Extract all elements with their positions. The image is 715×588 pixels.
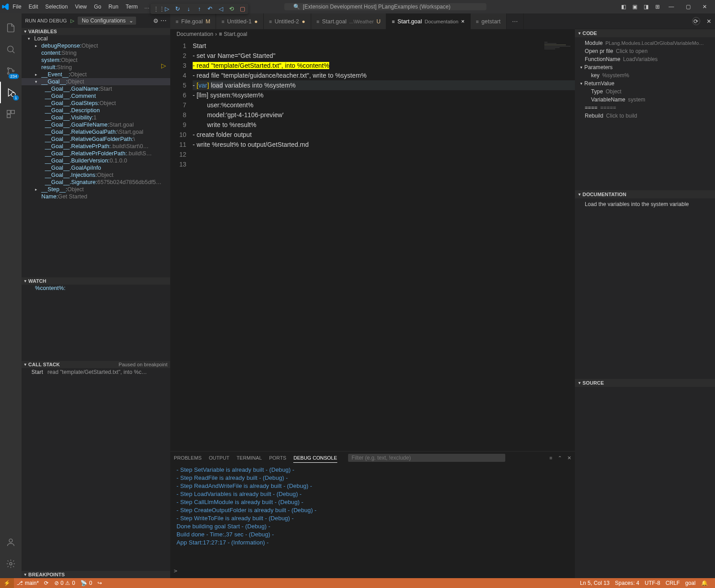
var-content[interactable]: content: String	[22, 49, 170, 57]
drag-handle-icon[interactable]: ⋮⋮	[153, 5, 159, 12]
language-mode[interactable]: goal	[683, 580, 698, 586]
menu-overflow[interactable]: …	[144, 4, 150, 10]
breadcrumb[interactable]: Documentation › ≡ Start.goal	[170, 29, 575, 39]
tab-untitled-1[interactable]: ≡Untitled-1●	[216, 13, 264, 29]
var-system[interactable]: system: Object	[22, 57, 170, 64]
window-close[interactable]: ✕	[700, 4, 710, 10]
command-center[interactable]: 🔍[Extension Development Host] PLangExamp…	[284, 3, 486, 10]
var-visibility[interactable]: __Goal__.Visibility: 1	[22, 114, 170, 121]
var-goalSteps[interactable]: __Goal__.GoalSteps: Object	[22, 100, 170, 107]
var-goalFileName[interactable]: __Goal__.GoalFileName: Start.goal	[22, 121, 170, 128]
remote-indicator[interactable]: ⚡	[0, 578, 14, 588]
start-debug-icon[interactable]: ▷	[71, 18, 74, 24]
editor-body[interactable]: 12▷345678910111213 Start - set var Name=…	[170, 39, 575, 451]
menu-view[interactable]: View	[71, 4, 90, 10]
clear-console-icon[interactable]: ≡	[549, 455, 552, 461]
continue-icon[interactable]: ▷	[164, 5, 170, 12]
code-module[interactable]: ModulePLang.Modules.LocalOrGlobalVariabl…	[579, 39, 714, 47]
refresh-icon[interactable]: ⟳	[692, 17, 700, 25]
var-description[interactable]: __Goal__.Description	[22, 107, 170, 114]
var-relGoalPath[interactable]: __Goal__.RelativeGoalPath: \Start.goal	[22, 128, 170, 136]
tabs-more[interactable]: ⋯	[507, 13, 524, 29]
sync-icon[interactable]: ⟳	[41, 580, 51, 586]
explorer-icon[interactable]	[0, 17, 22, 39]
code-area[interactable]: Start - set var Name="Get Started" - rea…	[193, 39, 575, 451]
window-maximize[interactable]: ▢	[683, 4, 693, 10]
layout-customize-icon[interactable]: ⊞	[655, 4, 660, 10]
var-debugResponse[interactable]: ▸debugReponse: Object	[22, 42, 170, 49]
tab-start-goal-documentation[interactable]: ≡Start.goalDocumentation×	[386, 13, 470, 29]
var-signature[interactable]: __Goal__.Signature: 6575b024d7856db5df5…	[22, 179, 170, 186]
var-injections[interactable]: __Goal__.Injections: Object	[22, 171, 170, 179]
var-result[interactable]: result: String	[22, 64, 170, 71]
var-relPrFolderPath[interactable]: __Goal__.RelativePrFolderPath: .build\S…	[22, 150, 170, 157]
menu-run[interactable]: Run	[105, 4, 122, 10]
var-builderVersion[interactable]: __Goal__.BuilderVersion: 0.1.0.0	[22, 157, 170, 164]
panel-tab-debug-console[interactable]: DEBUG CONSOLE	[293, 453, 337, 463]
debug-step-icon[interactable]: ↪	[95, 580, 105, 586]
close-tab-icon[interactable]: ×	[461, 18, 465, 25]
code-function-name[interactable]: FunctionNameLoadVariables	[579, 55, 714, 63]
extensions-icon[interactable]	[0, 103, 22, 125]
tab-file-goal[interactable]: ≡File.goalM	[170, 13, 216, 29]
debug-console-input[interactable]: >	[170, 567, 575, 578]
close-panel-icon[interactable]: ✕	[567, 455, 571, 461]
var-goalName[interactable]: __Goal__.GoalName: Start	[22, 85, 170, 92]
code-open-pr[interactable]: Open pr fileClick to open	[579, 47, 714, 55]
git-branch[interactable]: ⎇main*	[14, 580, 41, 586]
notifications-icon[interactable]: 🔔	[698, 580, 711, 586]
variables-scope-local[interactable]: ▾Local	[22, 35, 170, 42]
code-return-type[interactable]: TypeObject	[579, 88, 714, 96]
panel-tab-output[interactable]: OUTPUT	[209, 453, 230, 462]
documentation-section-head[interactable]: ▾DOCUMENTATION	[575, 190, 715, 198]
callstack-section-head[interactable]: ▾CALL STACKPaused on breakpoint	[22, 361, 170, 368]
eol[interactable]: CRLF	[663, 580, 683, 586]
source-section-head[interactable]: ▾SOURCE	[575, 379, 715, 387]
step-out-icon[interactable]: ↑	[196, 5, 203, 12]
layout-primary-sidebar-icon[interactable]: ◧	[621, 4, 626, 10]
var-relGoalFolderPath[interactable]: __Goal__.RelativeGoalFolderPath: \	[22, 136, 170, 143]
code-return-value[interactable]: ▾ReturnValue	[579, 79, 714, 88]
indent-spaces[interactable]: Spaces: 4	[612, 580, 642, 586]
panel-tab-ports[interactable]: PORTS	[269, 453, 286, 462]
reverse-icon[interactable]: ◁	[218, 5, 224, 12]
collapse-panel-icon[interactable]: ⌃	[558, 455, 562, 461]
more-actions-icon[interactable]: ⋯	[160, 17, 167, 24]
cursor-position[interactable]: Ln 5, Col 13	[577, 580, 612, 586]
panel-tab-problems[interactable]: PROBLEMS	[174, 453, 202, 462]
breakpoint-marker-icon[interactable]: ▷	[161, 61, 166, 70]
panel-tab-terminal[interactable]: TERMINAL	[237, 453, 262, 462]
menu-edit[interactable]: Edit	[25, 4, 42, 10]
debug-console-output[interactable]: - Step SetVariable is already built - (D…	[170, 464, 575, 567]
menu-go[interactable]: Go	[90, 4, 105, 10]
var-relPrPath[interactable]: __Goal__.RelativePrPath: .build\Start\0…	[22, 143, 170, 150]
var-comment[interactable]: __Goal__.Comment	[22, 92, 170, 100]
source-control-icon[interactable]: 234	[0, 60, 22, 82]
callstack-frame[interactable]: Start read "template/GetStarted.txt", in…	[22, 368, 170, 376]
debug-config-dropdown[interactable]: No Configurations⌄	[78, 17, 136, 25]
code-section-head[interactable]: ▾CODE	[575, 29, 715, 37]
layout-secondary-sidebar-icon[interactable]: ◨	[644, 4, 649, 10]
config-gear-icon[interactable]: ⚙	[153, 18, 159, 24]
var-goalApiInfo[interactable]: __Goal__.GoalApiInfo	[22, 164, 170, 171]
variables-section-head[interactable]: ▾VARIABLES	[22, 28, 170, 35]
menu-file[interactable]: File	[9, 4, 25, 10]
tab-getstart[interactable]: ≡getstart	[471, 13, 507, 29]
step-over-icon[interactable]: ↻	[175, 5, 181, 12]
stop-icon[interactable]: ▢	[239, 5, 246, 12]
var-goal[interactable]: ▾__Goal__: Object	[22, 78, 170, 85]
step-into-icon[interactable]: ↓	[185, 5, 192, 12]
breakpoints-section-head[interactable]: ▾BREAKPOINTS	[22, 571, 170, 578]
window-minimize[interactable]: —	[666, 4, 677, 10]
restart-icon[interactable]: ⟲	[229, 5, 235, 12]
layout-panel-icon[interactable]: ▣	[632, 4, 637, 10]
search-icon[interactable]	[0, 39, 22, 60]
settings-icon[interactable]	[0, 553, 22, 575]
code-param-key[interactable]: key%system%	[579, 71, 714, 79]
status-ports[interactable]: 📡0	[78, 580, 95, 586]
var-event[interactable]: ▸__Event__: Object	[22, 71, 170, 78]
menu-terminal[interactable]: Term	[122, 4, 141, 10]
var-step[interactable]: ▸__Step__: Object	[22, 186, 170, 193]
accounts-icon[interactable]	[0, 531, 22, 553]
code-parameters[interactable]: ▾Parameters	[579, 63, 714, 71]
